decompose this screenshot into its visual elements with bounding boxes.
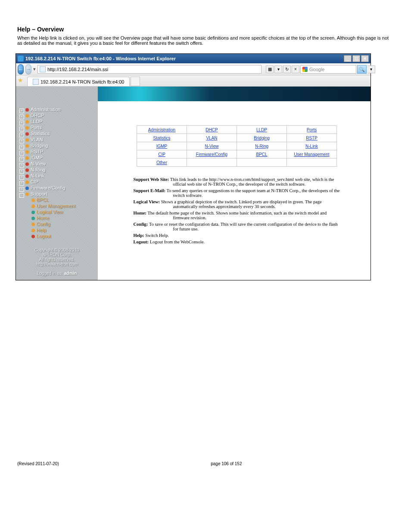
nav-item-logical-view[interactable]: Logical View — [19, 209, 96, 215]
nav-item-bpcl[interactable]: BPCL — [19, 197, 96, 203]
nav-link[interactable]: VLAN — [31, 137, 43, 142]
back-button[interactable]: ← — [18, 64, 24, 75]
nav-link[interactable]: N-Link — [31, 173, 44, 178]
bullet-icon — [25, 180, 29, 184]
help-link-administration[interactable]: Administration — [137, 126, 187, 134]
nav-link[interactable]: CIP — [31, 179, 38, 184]
help-topic-link[interactable]: VLAN — [206, 136, 217, 140]
nav-item-n-link[interactable]: N-Link — [19, 173, 96, 179]
nav-link[interactable]: Statistics — [31, 131, 50, 136]
help-link-cip[interactable]: CIP — [137, 150, 187, 159]
new-tab-button[interactable] — [131, 77, 140, 86]
help-link-lldp[interactable]: LLDP — [237, 126, 287, 134]
nav-item-statistics[interactable]: Statistics — [19, 131, 96, 137]
nav-item-lldp[interactable]: LLDP — [19, 118, 96, 124]
nav-item-n-ring[interactable]: N-Ring — [19, 167, 96, 173]
help-topic-link[interactable]: Firmware/Config — [196, 152, 227, 157]
close-button[interactable]: × — [361, 55, 369, 62]
help-topic-link[interactable]: RSTP — [306, 136, 318, 140]
help-topic-link[interactable]: Other — [156, 160, 167, 165]
help-link-n-link[interactable]: N-Link — [287, 142, 337, 150]
maximize-button[interactable]: □ — [352, 55, 360, 62]
help-link-other[interactable]: Other — [137, 159, 187, 167]
search-dropdown[interactable]: ▾ — [367, 65, 375, 73]
bullet-icon — [31, 235, 35, 238]
browser-tab[interactable]: 192.168.2.214 N-TRON Switch fb:e4:00 — [27, 77, 130, 86]
nav-link[interactable]: N-Ring — [31, 167, 45, 172]
help-topic-link[interactable]: N-Ring — [255, 144, 268, 149]
copyright-url[interactable]: http://www.n-tron.com — [19, 262, 94, 267]
search-button[interactable]: 🔍 — [357, 65, 367, 74]
help-topic-link[interactable]: N-View — [205, 144, 218, 149]
help-link-bridging[interactable]: Bridging — [237, 134, 287, 142]
forward-button[interactable]: → — [25, 64, 31, 75]
help-topic-link[interactable]: Administration — [148, 128, 175, 132]
nav-link[interactable]: Bridging — [31, 143, 48, 148]
nav-link[interactable]: Home — [37, 215, 49, 221]
help-link-n-ring[interactable]: N-Ring — [237, 142, 287, 150]
help-topic-link[interactable]: Bridging — [254, 136, 270, 140]
dropdown-button[interactable]: ▾ — [274, 65, 282, 73]
help-link-n-view[interactable]: N-View — [187, 142, 237, 150]
nav-link[interactable]: Logout — [37, 233, 51, 239]
nav-link[interactable]: RSTP — [31, 149, 43, 154]
help-topic-link[interactable]: IGMP — [156, 144, 168, 149]
help-topic-link[interactable]: N-Link — [305, 144, 318, 149]
nav-item-logout[interactable]: Logout — [19, 233, 96, 239]
nav-item-help[interactable]: Help — [19, 227, 96, 233]
nav-link[interactable]: IGMP — [31, 155, 43, 160]
help-topic-link[interactable]: DHCP — [206, 128, 218, 132]
help-topic-link[interactable]: Ports — [307, 128, 317, 132]
nav-item-bridging[interactable]: Bridging — [19, 143, 96, 149]
nav-link[interactable]: Logical View — [37, 209, 63, 215]
nav-item-n-view[interactable]: N-View — [19, 161, 96, 167]
nav-link[interactable]: Administration — [31, 107, 61, 112]
nav-item-dhcp[interactable]: DHCP — [19, 112, 96, 118]
nav-item-rstp[interactable]: RSTP — [19, 149, 96, 155]
nav-link[interactable]: Support — [31, 191, 47, 196]
nav-link[interactable]: Config — [37, 221, 50, 227]
nav-item-firmware-config[interactable]: Firmware/Config — [19, 185, 96, 191]
nav-item-ports[interactable]: Ports — [19, 124, 96, 131]
help-topic-link[interactable]: Statistics — [153, 136, 170, 140]
nav-link[interactable]: LLDP — [31, 119, 43, 124]
help-link-bpcl[interactable]: BPCL — [237, 150, 287, 159]
help-topic-link[interactable]: BPCL — [256, 152, 267, 157]
nav-link[interactable]: N-View — [31, 161, 46, 166]
compat-button[interactable]: ▦ — [266, 65, 274, 73]
help-link-firmware-config[interactable]: Firmware/Config — [187, 150, 237, 159]
nav-item-administration[interactable]: Administration — [19, 106, 96, 112]
help-topic-link[interactable]: User Management — [294, 152, 329, 157]
help-topic-link[interactable]: CIP — [158, 152, 165, 157]
favorites-icon[interactable]: ★ — [18, 77, 25, 84]
nav-item-igmp[interactable]: IGMP — [19, 155, 96, 161]
nav-item-user-management[interactable]: User Management — [19, 203, 96, 209]
help-link-igmp[interactable]: IGMP — [137, 142, 187, 150]
nav-link[interactable]: Help — [37, 227, 47, 233]
nav-item-home[interactable]: Home — [19, 215, 96, 221]
nav-link[interactable]: BPCL — [37, 197, 49, 202]
help-topic-link[interactable]: LLDP — [256, 128, 267, 132]
refresh-button[interactable]: ↻ — [283, 65, 291, 73]
help-link-vlan[interactable]: VLAN — [187, 134, 237, 142]
help-link-dhcp[interactable]: DHCP — [187, 126, 237, 134]
help-link-ports[interactable]: Ports — [287, 126, 337, 134]
nav-link[interactable]: DHCP — [31, 113, 44, 118]
help-link-rstp[interactable]: RSTP — [287, 134, 337, 142]
bullet-icon — [25, 193, 29, 196]
nav-item-support[interactable]: Support — [19, 191, 96, 197]
nav-item-vlan[interactable]: VLAN — [19, 137, 96, 143]
bullet-icon — [25, 150, 29, 154]
minimize-button[interactable]: _ — [344, 55, 352, 62]
nav-item-cip[interactable]: CIP — [19, 179, 96, 185]
search-input[interactable]: Google — [300, 65, 356, 74]
help-link-statistics[interactable]: Statistics — [137, 134, 187, 142]
nav-item-config[interactable]: Config — [19, 221, 96, 227]
nav-link[interactable]: User Management — [37, 203, 76, 208]
url-input[interactable]: http://192.168.2.214/main.ssi — [37, 65, 262, 74]
nav-link[interactable]: Ports — [31, 125, 42, 130]
nav-link[interactable]: Firmware/Config — [31, 185, 65, 190]
stop-button[interactable]: × — [292, 65, 299, 73]
help-link-user-management[interactable]: User Management — [287, 150, 337, 159]
logged-in-label: Logged in as: — [37, 271, 63, 276]
